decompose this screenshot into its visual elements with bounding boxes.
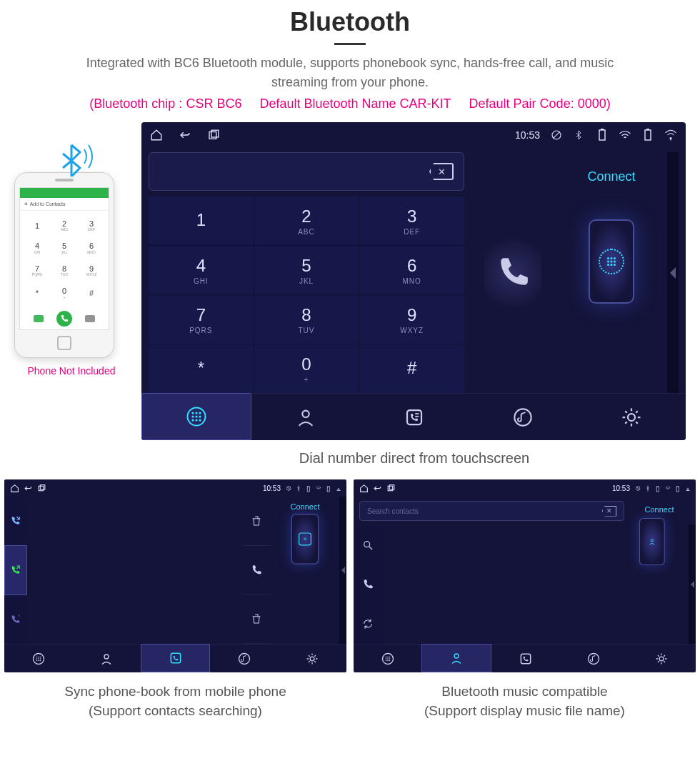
svg-point-16	[611, 264, 613, 266]
small-unit-phonebook: 10:53 ⦸ ᚼ ▯ ⌔ ▯ ⟁ ?	[4, 479, 346, 672]
header-specs: (Bluetooth chip : CSR BC6 Default Blueto…	[0, 96, 700, 111]
svg-point-87	[659, 657, 664, 661]
tab-music[interactable]	[210, 644, 278, 672]
keypad-icon	[599, 249, 624, 274]
svg-point-20	[195, 412, 197, 414]
mute-icon: ⦸	[636, 484, 640, 492]
tab-music[interactable]	[469, 393, 577, 440]
key-1[interactable]: 1	[149, 197, 254, 245]
panel-collapse-arrow[interactable]	[689, 525, 696, 644]
svg-line-66	[315, 661, 316, 662]
key-6[interactable]: 6MNO	[359, 246, 464, 294]
wifi-icon: ⌔	[316, 484, 321, 492]
key-5[interactable]: 5JKL	[254, 246, 359, 294]
svg-point-56	[39, 660, 41, 661]
backspace-button[interactable]: ✕	[429, 163, 454, 180]
tab-dialpad[interactable]	[354, 644, 421, 672]
incoming-calls-tab[interactable]: ?	[4, 595, 27, 644]
tab-settings[interactable]	[628, 644, 696, 672]
svg-rect-3	[599, 130, 605, 140]
phone-keypad: 12ABC3DEF 4GHI5JKL6MNO 7PQRS8TUV9WXYZ *0…	[20, 211, 109, 308]
status-bar: 10:53	[141, 122, 686, 148]
tab-call-log[interactable]	[491, 644, 559, 672]
outgoing-calls-tab[interactable]	[4, 545, 27, 595]
panel-collapse-arrow[interactable]	[667, 152, 679, 393]
tab-contacts[interactable]	[72, 644, 140, 672]
svg-rect-42	[39, 486, 44, 491]
call-log-panel-icon	[299, 532, 311, 545]
svg-point-55	[38, 660, 39, 661]
key-7[interactable]: 7PQRS	[149, 295, 254, 344]
key-8[interactable]: 8TUV	[254, 295, 359, 344]
contacts-panel-icon	[649, 538, 656, 545]
search-contacts-input[interactable]: Search contacts ✕	[359, 501, 624, 521]
tab-dialpad[interactable]	[141, 393, 251, 440]
svg-point-25	[191, 419, 194, 421]
battery-icon: ▯	[306, 484, 311, 492]
back-icon[interactable]	[179, 129, 191, 141]
title-underline	[334, 43, 366, 45]
missed-calls-tab[interactable]	[4, 497, 27, 545]
svg-rect-85	[521, 654, 530, 663]
svg-line-39	[636, 422, 638, 424]
phone-home-button	[57, 336, 71, 350]
phone-call-button	[56, 311, 72, 327]
svg-point-53	[39, 658, 41, 660]
svg-point-27	[199, 419, 201, 421]
connect-panel-small: Connect	[271, 497, 339, 644]
svg-point-81	[385, 660, 386, 661]
search-clear-button[interactable]: ✕	[602, 506, 616, 517]
svg-point-79	[387, 658, 389, 660]
svg-rect-58	[171, 653, 180, 662]
connect-label: Connect	[291, 502, 320, 511]
key-9[interactable]: 9WXYZ	[359, 295, 464, 344]
key-0[interactable]: 0+	[254, 344, 359, 393]
caption-right: Bluetooth music compatible(Support displ…	[354, 682, 696, 720]
back-icon[interactable]	[24, 484, 33, 493]
svg-point-22	[191, 415, 194, 417]
home-icon[interactable]	[150, 129, 163, 141]
contacts-side-actions	[354, 525, 382, 644]
small-unit-music: 10:53 ⦸ ᚼ ▯ ⌔ ▯ ⟁ Search contacts ✕ Conn…	[354, 479, 696, 672]
home-icon[interactable]	[359, 484, 369, 493]
main-row: Add to Contacts 12ABC3DEF 4GHI5JKL6MNO 7…	[0, 115, 700, 440]
key-4[interactable]: 4GHI	[149, 246, 254, 294]
call-type-tabs: ?	[4, 497, 27, 644]
tab-contacts[interactable]	[251, 393, 360, 440]
home-icon[interactable]	[10, 484, 19, 493]
call-contact-button[interactable]	[354, 564, 382, 604]
header-description: Integrated with BC6 Bluetooth module, su…	[57, 54, 643, 92]
recents-icon[interactable]	[207, 129, 220, 141]
tab-music[interactable]	[559, 644, 627, 672]
panel-collapse-arrow[interactable]	[339, 497, 346, 644]
tab-call-log[interactable]	[141, 644, 210, 672]
svg-point-77	[389, 656, 390, 657]
tab-call-log[interactable]	[360, 393, 469, 440]
svg-point-78	[385, 658, 386, 660]
mute-icon	[550, 129, 563, 141]
delete-button[interactable]	[242, 497, 271, 546]
key-star[interactable]: *	[149, 344, 254, 393]
spec-code: Default Pair Code: 0000)	[469, 96, 611, 111]
recents-icon[interactable]	[386, 484, 396, 493]
tab-settings[interactable]	[577, 393, 686, 440]
call-action-button[interactable]	[242, 546, 271, 595]
recents-icon[interactable]	[37, 484, 46, 493]
bluetooth-status-icon: ᚼ	[296, 484, 301, 492]
key-hash[interactable]: #	[359, 344, 464, 393]
svg-line-94	[658, 661, 659, 662]
svg-line-95	[664, 655, 666, 657]
tab-dialpad[interactable]	[4, 644, 72, 672]
bluetooth-icon	[57, 136, 97, 176]
sync-button[interactable]	[354, 605, 382, 644]
delete-all-button[interactable]	[242, 595, 271, 644]
back-icon[interactable]	[373, 484, 382, 493]
tab-settings[interactable]	[279, 644, 346, 672]
svg-point-73	[651, 539, 653, 542]
bluetooth-status-icon: ᚼ	[646, 484, 650, 492]
search-button[interactable]	[354, 525, 382, 564]
key-3[interactable]: 3DEF	[359, 197, 464, 245]
call-button[interactable]	[484, 230, 541, 316]
key-2[interactable]: 2ABC	[254, 197, 359, 245]
tab-contacts[interactable]	[421, 644, 491, 672]
